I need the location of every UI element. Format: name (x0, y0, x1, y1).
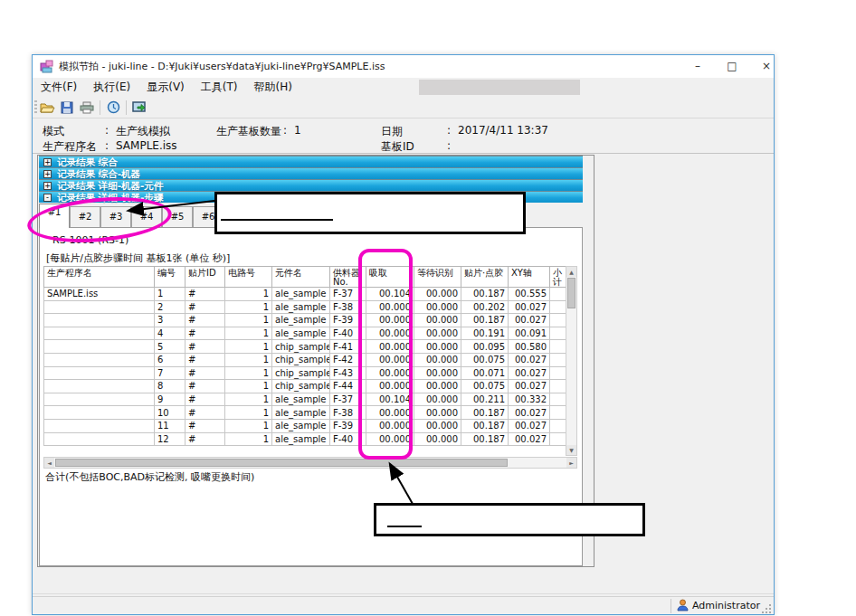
total-note: 合计(不包括BOC,BAD标记检测, 吸嘴更换时间) (45, 470, 254, 484)
scroll-left-icon[interactable]: ◄ (44, 458, 54, 468)
table-cell: 00.000 (414, 419, 461, 432)
menu-view[interactable]: 显示(V) (138, 78, 193, 97)
table-cell: 00.027 (509, 366, 550, 380)
table-row[interactable]: 8#1chip_sampleF-4400.00000.00000.07500.0… (44, 380, 566, 393)
scroll-up-icon[interactable]: ▲ (566, 267, 576, 277)
expand-icon[interactable]: + (43, 158, 52, 166)
table-cell: 1 (225, 406, 272, 420)
expand-icon[interactable]: + (43, 170, 52, 178)
column-header-9[interactable]: XY轴 (509, 267, 550, 288)
accordion-bar-summary-machine[interactable]: + 记录结果 综合-机器 (39, 167, 583, 179)
scroll-right-icon[interactable]: ► (566, 458, 576, 468)
table-cell: 7 (155, 366, 185, 380)
clock-icon (107, 100, 120, 114)
column-header-8[interactable]: 贴片·点胶 (461, 267, 509, 288)
maximize-button[interactable]: □ (717, 55, 747, 78)
vertical-scrollbar[interactable]: ▲ ▼ (566, 266, 577, 456)
expand-icon[interactable]: + (43, 182, 52, 190)
table-cell (550, 288, 566, 301)
table-cell (44, 380, 155, 393)
table-cell: # (185, 340, 225, 354)
vscroll-thumb[interactable] (567, 278, 575, 308)
table-cell (550, 300, 566, 314)
table-cell: ale_sample (272, 314, 330, 327)
print-icon (80, 101, 94, 114)
column-header-0[interactable]: 生产程序名 (44, 267, 155, 288)
open-file-button[interactable] (37, 99, 57, 117)
qty-label: 生产基板数量 (216, 124, 281, 139)
column-header-1[interactable]: 编号 (155, 267, 185, 288)
table-cell (44, 353, 155, 366)
status-user: Administrator (677, 599, 760, 611)
table-cell: 00.027 (509, 406, 550, 420)
resize-grip[interactable] (762, 604, 771, 613)
collapse-icon[interactable]: - (43, 194, 52, 202)
table-cell: 9 (155, 393, 185, 406)
table-row[interactable]: SAMPLE.iss1#1ale_sampleF-3700.10400.0000… (44, 288, 566, 301)
table-cell: 1 (225, 419, 272, 432)
table-row[interactable]: 4#1ale_sampleF-4000.00000.00000.19100.09… (44, 327, 566, 340)
horizontal-scrollbar[interactable]: ◄ ► (43, 457, 577, 469)
column-header-3[interactable]: 电路号 (225, 267, 272, 288)
export-view-button[interactable] (129, 99, 149, 117)
print-button[interactable] (77, 99, 97, 117)
column-header-10[interactable]: 小计 (550, 267, 566, 288)
menu-file[interactable]: 文件(F) (33, 78, 85, 97)
table-row[interactable]: 11#1ale_sampleF-3900.00000.00000.18700.0… (44, 419, 566, 432)
pickup-column-highlight (358, 249, 413, 460)
table-row[interactable]: 12#1ale_sampleF-4000.00000.00000.18700.0… (44, 432, 566, 446)
table-cell (550, 366, 566, 380)
hscroll-thumb[interactable] (55, 459, 508, 467)
table-row[interactable]: 6#1chip_sampleF-4200.00000.00000.07500.0… (44, 353, 566, 366)
callout-underline (387, 526, 422, 527)
table-cell (550, 353, 566, 366)
menu-bar: 文件(F) 执行(E) 显示(V) 工具(T) 帮助(H) (33, 78, 774, 97)
table-cell: 00.555 (509, 288, 550, 301)
table-cell (550, 393, 566, 406)
save-button[interactable] (57, 99, 77, 117)
table-cell: 1 (225, 366, 272, 380)
simulate-clock-button[interactable] (103, 99, 123, 117)
callout-box-pickup (374, 503, 645, 536)
column-header-4[interactable]: 元件名 (272, 267, 330, 288)
table-cell (44, 419, 155, 432)
minimize-button[interactable]: – (682, 55, 713, 78)
table-cell: 00.332 (509, 393, 550, 406)
table-cell: 1 (225, 353, 272, 366)
table-row[interactable]: 3#1ale_sampleF-3900.00000.00000.18700.02… (44, 314, 566, 327)
table-cell: 1 (225, 380, 272, 393)
accordion-bar-summary[interactable]: + 记录结果 综合 (39, 156, 583, 167)
table-row[interactable]: 10#1ale_sampleF-3800.00000.00000.18700.0… (44, 406, 566, 420)
table-cell: chip_sample (272, 380, 330, 393)
step-table-header-row: 生产程序名编号贴片ID电路号元件名供料器 No.吸取等待识别贴片·点胶XY轴小计 (44, 267, 566, 288)
table-cell: 1 (225, 314, 272, 327)
table-cell: 00.071 (461, 366, 509, 380)
table-cell: # (185, 406, 225, 420)
table-cell: 00.211 (461, 393, 509, 406)
table-cell (44, 327, 155, 340)
table-row[interactable]: 5#1chip_sampleF-4100.00000.00000.09500.5… (44, 340, 566, 354)
menu-tools[interactable]: 工具(T) (193, 78, 246, 97)
table-cell: 00.000 (414, 353, 461, 366)
status-separator-line (33, 593, 774, 594)
table-cell (550, 314, 566, 327)
table-cell: # (185, 432, 225, 446)
table-cell: 00.075 (461, 353, 509, 366)
menu-help[interactable]: 帮助(H) (246, 78, 300, 97)
table-cell: # (185, 288, 225, 301)
column-header-2[interactable]: 贴片ID (185, 267, 225, 288)
column-header-7[interactable]: 等待识别 (414, 267, 461, 288)
menu-execute[interactable]: 执行(E) (85, 78, 138, 97)
table-cell: SAMPLE.iss (44, 288, 155, 301)
table-cell: 00.000 (414, 340, 461, 354)
table-cell (550, 432, 566, 446)
table-cell: ale_sample (272, 393, 330, 406)
table-row[interactable]: 9#1ale_sampleF-3700.10400.00000.21100.33… (44, 393, 566, 406)
table-row[interactable]: 2#1ale_sampleF-3800.00000.00000.20200.02… (44, 300, 566, 314)
close-button[interactable]: × (751, 55, 782, 78)
table-row[interactable]: 7#1chip_sampleF-4300.00000.00000.07100.0… (44, 366, 566, 380)
program-value: SAMPLE.iss (116, 139, 177, 152)
accordion-bar-detail-component[interactable]: + 记录结果 详细-机器-元件 (39, 179, 583, 191)
scroll-down-icon[interactable]: ▼ (566, 445, 576, 455)
table-cell: 00.000 (414, 406, 461, 420)
